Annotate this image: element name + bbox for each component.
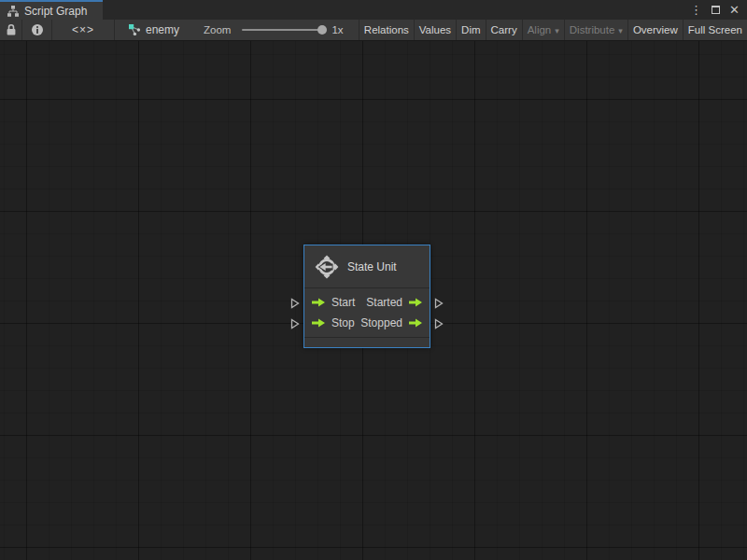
zoom-label: Zoom: [204, 24, 231, 35]
lock-icon: [6, 23, 17, 36]
zoom-slider-handle[interactable]: [317, 25, 327, 35]
carry-button[interactable]: Carry: [486, 20, 522, 40]
toolbar: <×> enemy Zoom 1x Relations Values: [0, 20, 747, 41]
connect-triangle-icon[interactable]: [434, 298, 444, 309]
distribute-button: Distribute ▾: [565, 20, 627, 40]
button-label: Carry: [491, 24, 517, 35]
tab-script-graph[interactable]: Script Graph: [0, 0, 103, 20]
graph-canvas[interactable]: State Unit Start Started: [0, 41, 747, 560]
dropdown-arrow-icon: ▾: [555, 26, 559, 35]
overview-button[interactable]: Overview: [628, 20, 683, 40]
port-arrow-icon: [408, 317, 423, 329]
node-ports: Start Started Stop Stopped: [304, 288, 430, 338]
button-label: Align: [528, 24, 552, 35]
toolbar-buttons: Relations Values Dim Carry Align ▾ Distr…: [359, 20, 747, 40]
breadcrumb[interactable]: enemy: [128, 20, 179, 40]
output-port-started[interactable]: Started: [366, 296, 423, 309]
button-label: Overview: [633, 24, 678, 35]
port-arrow-icon: [311, 317, 326, 329]
output-port-stopped[interactable]: Stopped: [360, 316, 423, 329]
values-button[interactable]: Values: [415, 20, 456, 40]
close-icon[interactable]: ✕: [729, 4, 740, 16]
full-screen-button[interactable]: Full Screen: [684, 20, 747, 40]
state-unit-node[interactable]: State Unit Start Started: [303, 245, 430, 348]
button-label: Values: [419, 24, 451, 35]
port-arrow-icon: [408, 297, 423, 308]
align-button: Align ▾: [523, 20, 564, 40]
menu-icon[interactable]: ⋮: [690, 4, 702, 16]
connect-triangle-icon[interactable]: [290, 318, 300, 329]
dropdown-arrow-icon: ▾: [618, 26, 623, 35]
graph-network-icon: [128, 23, 141, 36]
zoom-value: 1x: [331, 24, 343, 35]
breadcrumb-label: enemy: [146, 23, 179, 36]
lock-button[interactable]: [0, 20, 21, 40]
connect-triangle-icon[interactable]: [434, 318, 444, 329]
node-header[interactable]: State Unit: [304, 245, 430, 288]
zoom-slider[interactable]: [242, 29, 324, 31]
port-row: Start Started: [304, 292, 430, 313]
code-preview-button[interactable]: <×>: [52, 20, 114, 40]
info-button[interactable]: [22, 20, 51, 40]
input-port-start[interactable]: Start: [311, 296, 355, 309]
graph-hierarchy-icon: [7, 5, 20, 18]
input-port-stop[interactable]: Stop: [311, 316, 355, 329]
info-icon: [31, 23, 44, 36]
port-label: Stopped: [360, 316, 402, 329]
port-arrow-icon: [311, 297, 326, 308]
tab-title: Script Graph: [24, 5, 87, 18]
window-controls: ⋮ ✕: [690, 0, 747, 20]
connect-triangle-icon[interactable]: [290, 298, 300, 309]
tab-bar: Script Graph ⋮ ✕: [0, 0, 747, 20]
button-label: Dim: [461, 24, 480, 35]
button-label: Relations: [364, 24, 409, 35]
port-label: Stop: [331, 316, 355, 329]
button-label: Distribute: [570, 24, 615, 35]
button-label: Full Screen: [688, 24, 742, 35]
dim-button[interactable]: Dim: [457, 20, 485, 40]
relations-button[interactable]: Relations: [359, 20, 414, 40]
port-label: Started: [366, 296, 402, 309]
node-footer: [304, 338, 430, 347]
port-label: Start: [331, 296, 355, 309]
zoom-control: Zoom 1x: [204, 20, 344, 40]
code-preview-icon: <×>: [72, 23, 94, 36]
port-row: Stop Stopped: [304, 313, 430, 333]
toolbar-separator: [114, 20, 115, 40]
maximize-icon[interactable]: [712, 6, 720, 14]
state-unit-icon: [315, 255, 339, 279]
node-title: State Unit: [347, 260, 397, 273]
